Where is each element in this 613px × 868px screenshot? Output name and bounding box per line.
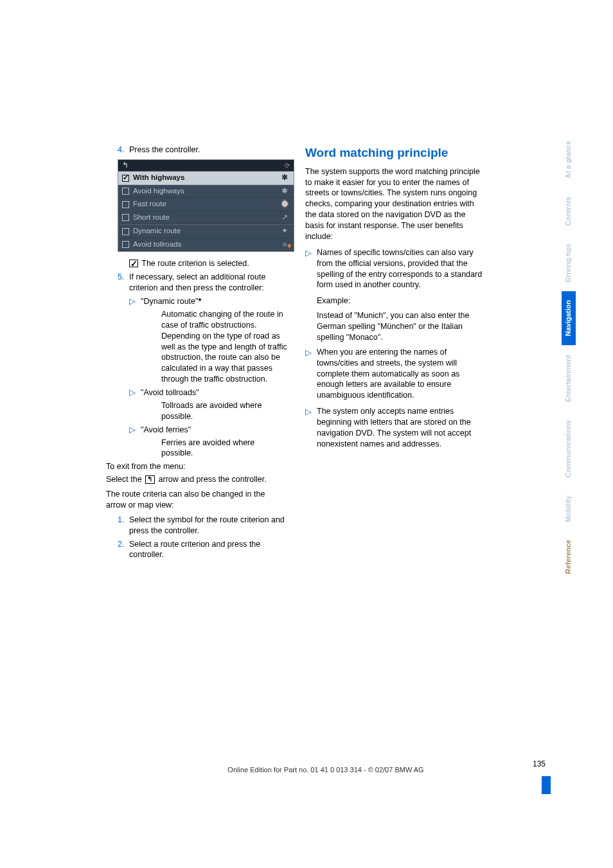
- step-5: 5. If necessary, select an additional ro…: [118, 272, 287, 294]
- exit-menu-text: To exit from the menu:: [106, 461, 287, 472]
- option-ferries-desc: Ferries are avoided where possible.: [161, 438, 287, 459]
- word-matching-heading: Word matching principle: [305, 145, 486, 161]
- tab-navigation[interactable]: Navigation: [562, 291, 576, 345]
- example-text: Instead of "Munich", you can also enter …: [317, 310, 486, 343]
- highway-icon: ✱: [280, 174, 290, 182]
- step-number: 2.: [118, 539, 129, 561]
- checkbox-icon: [122, 175, 129, 182]
- select-pre: Select the: [106, 475, 144, 484]
- option-tollroads-desc: Tollroads are avoided where possible.: [161, 400, 287, 422]
- selected-text: The route criterion is selected.: [139, 259, 249, 268]
- tab-communications[interactable]: Communications: [562, 411, 576, 486]
- checkbox-icon: [122, 201, 129, 208]
- route-selected-line: The route criterion is selected.: [129, 258, 287, 269]
- section-tabs: At a glance Controls Driving tips Naviga…: [562, 132, 576, 583]
- bullet-icon: ▷: [129, 296, 136, 307]
- route-options-list: ▷ "Dynamic route"* Automatic changing of…: [129, 296, 287, 459]
- option-label: "Avoid tollroads": [141, 387, 199, 398]
- tab-reference[interactable]: Reference: [562, 531, 576, 583]
- tab-mobility[interactable]: Mobility: [562, 486, 576, 531]
- screenshot-rows: With highways ✱ Avoid highways ✱ Fast ro…: [118, 172, 294, 251]
- bullet-icon: ▷: [129, 387, 136, 398]
- checkbox-icon: [122, 214, 129, 221]
- option-label: "Avoid ferries": [141, 425, 191, 436]
- row-avoid-highways: Avoid highways ✱: [118, 185, 294, 199]
- row-label: Avoid highways: [133, 188, 276, 195]
- step-number: 1.: [118, 515, 129, 536]
- row-label: Avoid tollroads: [133, 241, 276, 249]
- step-number: 5.: [118, 272, 129, 294]
- row-short-route: Short route ↗: [118, 211, 294, 225]
- benefit-1-text: Names of specific towns/cities can also …: [317, 247, 486, 291]
- view-step-2: 2. Select a route criterion and press th…: [118, 539, 287, 561]
- zoom-icon: ⟳: [285, 163, 290, 169]
- benefit-2: ▷ When you are entering the names of tow…: [305, 347, 486, 401]
- footnote-star: *: [198, 297, 201, 306]
- row-dynamic-route: Dynamic route ✦: [118, 224, 294, 238]
- screenshot-header: ↰ ⟳: [118, 160, 294, 172]
- option-avoid-tollroads: ▷ "Avoid tollroads": [129, 387, 287, 398]
- page-content: 4. Press the controller. ↰ ⟳ With highwa…: [0, 0, 613, 627]
- select-post: arrow and press the controller.: [156, 475, 267, 484]
- tab-entertainment[interactable]: Entertainment: [562, 346, 576, 411]
- option-dynamic-route: ▷ "Dynamic route"*: [129, 296, 287, 307]
- row-label: Dynamic route: [133, 227, 276, 235]
- step-text: Select the symbol for the route criterio…: [129, 515, 287, 536]
- step-4: 4. Press the controller.: [118, 145, 287, 155]
- row-avoid-tollroads: Avoid tollroads ≡ ▾: [118, 238, 294, 252]
- benefit-1: ▷ Names of specific towns/cities can als…: [305, 247, 486, 291]
- bullet-icon: ▷: [305, 407, 312, 450]
- route-criteria-screenshot: ↰ ⟳ With highways ✱ Avoid highways ✱ Fas…: [118, 159, 294, 252]
- page-marker-bar: [542, 776, 551, 794]
- checkbox-icon: [122, 188, 129, 195]
- tab-controls[interactable]: Controls: [562, 188, 576, 235]
- check-icon: [129, 260, 138, 267]
- right-column: Word matching principle The system suppo…: [305, 145, 486, 563]
- back-arrow-icon: ↰: [145, 475, 155, 484]
- benefit-3-text: The system only accepts name entries beg…: [317, 406, 486, 450]
- row-label: With highways: [133, 174, 276, 182]
- left-column: 4. Press the controller. ↰ ⟳ With highwa…: [106, 145, 287, 563]
- bullet-icon: ▷: [129, 425, 136, 436]
- no-highway-icon: ✱: [280, 188, 290, 195]
- option-label: "Dynamic route"*: [141, 296, 201, 307]
- row-fast-route: Fast route ⌚: [118, 198, 294, 211]
- option-avoid-ferries: ▷ "Avoid ferries": [129, 425, 287, 436]
- step-text: Select a route criterion and press the c…: [129, 539, 287, 561]
- edition-line: Online Edition for Part no. 01 41 0 013 …: [227, 766, 423, 774]
- dynamic-icon: ✦: [280, 227, 290, 235]
- short-icon: ↗: [280, 214, 290, 222]
- example-label: Example:: [317, 296, 486, 306]
- checkbox-icon: [122, 241, 129, 248]
- view-step-1: 1. Select the symbol for the route crite…: [118, 515, 287, 536]
- page-number: 135: [533, 759, 546, 769]
- row-label: Fast route: [133, 200, 276, 208]
- step-text: Press the controller.: [129, 145, 200, 155]
- criteria-change-text: The route criteria can also be changed i…: [106, 489, 287, 511]
- step-number: 4.: [118, 145, 129, 155]
- bullet-icon: ▷: [305, 348, 312, 401]
- tab-driving-tips[interactable]: Driving tips: [562, 235, 576, 292]
- benefit-3: ▷ The system only accepts name entries b…: [305, 406, 486, 450]
- bullet-icon: ▷: [305, 248, 312, 291]
- step-text: If necessary, select an additional route…: [129, 272, 287, 294]
- option-dynamic-desc: Automatic changing of the route in case …: [161, 309, 287, 385]
- select-arrow-line: Select the ↰ arrow and press the control…: [106, 474, 287, 485]
- page-footer: 135 Online Edition for Part no. 01 41 0 …: [106, 765, 546, 775]
- row-label: Short route: [133, 214, 276, 222]
- back-icon: ↰: [122, 162, 129, 170]
- clock-icon: ⌚: [280, 200, 290, 208]
- checkbox-icon: [122, 228, 129, 235]
- row-with-highways: With highways ✱: [118, 172, 294, 185]
- scroll-down-icon: ▾: [287, 242, 292, 250]
- word-matching-intro: The system supports the word matching pr…: [305, 166, 486, 242]
- tab-at-a-glance[interactable]: At a glance: [562, 132, 576, 188]
- benefit-2-text: When you are entering the names of towns…: [317, 347, 486, 401]
